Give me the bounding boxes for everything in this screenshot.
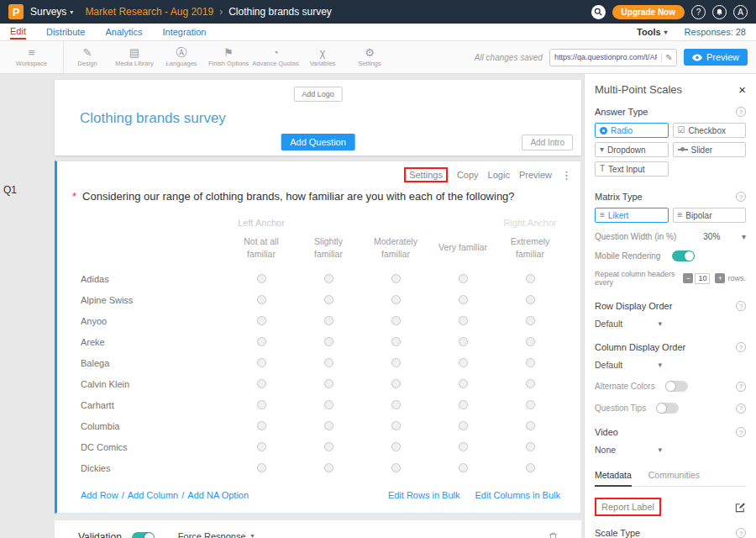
matrix-radio-button[interactable]	[526, 274, 535, 283]
add-logo-button[interactable]: Add Logo	[293, 87, 343, 102]
matrix-column-header[interactable]: Not at all familiar	[228, 232, 295, 267]
matrix-row-label[interactable]: Columbia	[81, 421, 228, 431]
toolbar-item-advance-quotas[interactable]: ◔ Advance Quotas	[252, 41, 299, 73]
mobile-rendering-toggle[interactable]	[672, 251, 695, 261]
matrix-radio-button[interactable]	[459, 295, 468, 304]
matrix-radio-button[interactable]	[459, 421, 468, 430]
tab-analytics[interactable]: Analytics	[105, 25, 142, 39]
more-options-icon[interactable]: ⋮	[561, 169, 572, 182]
question-copy-link[interactable]: Copy	[457, 170, 479, 180]
matrix-radio-button[interactable]	[391, 463, 401, 472]
matrix-radio-button[interactable]	[324, 442, 333, 451]
question-text[interactable]: Considering our range of clothing brands…	[82, 190, 515, 203]
matrix-radio-button[interactable]	[324, 337, 333, 346]
add-row-link[interactable]: Add Row	[81, 490, 118, 500]
matrix-radio-button[interactable]	[459, 379, 468, 388]
answer-type-radio[interactable]: Radio	[595, 123, 669, 138]
tools-menu[interactable]: Tools ▾	[637, 27, 668, 37]
matrix-radio-button[interactable]	[526, 400, 535, 409]
question-width-value[interactable]: 30%	[703, 232, 720, 241]
matrix-radio-button[interactable]	[257, 274, 266, 283]
matrix-radio-button[interactable]	[257, 463, 266, 472]
video-select[interactable]: None ▾	[595, 445, 662, 455]
matrix-radio-button[interactable]	[324, 400, 333, 409]
question-preview-link[interactable]: Preview	[519, 170, 552, 180]
tab-integration[interactable]: Integration	[162, 25, 206, 39]
avatar[interactable]: A	[733, 5, 748, 19]
delete-question-trash-icon[interactable]	[549, 532, 558, 538]
matrix-radio-button[interactable]	[459, 442, 468, 451]
matrix-radio-button[interactable]	[391, 358, 401, 367]
matrix-radio-button[interactable]	[391, 316, 401, 325]
help-circle-icon[interactable]: ?	[736, 192, 746, 202]
toolbar-item-languages[interactable]: Ⓐ Languages	[158, 41, 205, 73]
matrix-radio-button[interactable]	[391, 442, 401, 451]
add-question-button[interactable]: Add Question	[281, 134, 355, 150]
matrix-radio-button[interactable]	[526, 421, 535, 430]
matrix-row-label[interactable]: Calvin Klein	[81, 379, 228, 389]
preview-button[interactable]: Preview	[684, 49, 748, 66]
matrix-row-label[interactable]: DC Comics	[81, 442, 228, 452]
plus-stepper-icon[interactable]: +	[715, 273, 725, 283]
matrix-radio-button[interactable]	[324, 421, 333, 430]
validation-toggle[interactable]	[132, 532, 155, 538]
matrix-radio-button[interactable]	[391, 295, 401, 304]
matrix-radio-button[interactable]	[324, 316, 333, 325]
question-settings-link[interactable]: Settings	[404, 167, 448, 182]
matrix-radio-button[interactable]	[257, 358, 266, 367]
question-tips-toggle[interactable]	[656, 403, 679, 414]
matrix-column-header[interactable]: Moderately familiar	[362, 232, 429, 267]
row-display-order-select[interactable]: Default ▾	[595, 319, 662, 329]
edit-url-pencil-icon[interactable]: ✎	[661, 53, 676, 62]
matrix-radio-button[interactable]	[324, 379, 333, 388]
matrix-row-label[interactable]: Areke	[81, 337, 228, 347]
share-url-input[interactable]	[550, 50, 661, 66]
tab-communities[interactable]: Communities	[648, 470, 700, 486]
add-column-link[interactable]: Add Column	[128, 490, 179, 500]
toolbar-item-settings[interactable]: ⚙ Settings	[346, 41, 393, 73]
alternate-colors-toggle[interactable]	[665, 381, 688, 392]
help-circle-icon[interactable]: ?	[736, 382, 746, 392]
matrix-radio-button[interactable]	[324, 358, 333, 367]
notifications-bell-icon[interactable]	[712, 5, 727, 19]
matrix-radio-button[interactable]	[459, 358, 468, 367]
matrix-radio-button[interactable]	[526, 379, 535, 388]
help-icon[interactable]: ?	[691, 5, 706, 19]
matrix-row-label[interactable]: Adidas	[81, 274, 228, 284]
surveys-menu[interactable]: Surveys ▾	[30, 6, 73, 18]
report-label[interactable]: Report Label	[595, 498, 661, 516]
matrix-radio-button[interactable]	[459, 400, 468, 409]
matrix-radio-button[interactable]	[391, 274, 401, 283]
matrix-radio-button[interactable]	[257, 379, 266, 388]
help-circle-icon[interactable]: ?	[736, 107, 746, 117]
matrix-radio-button[interactable]	[526, 295, 535, 304]
matrix-type-likert[interactable]: ≡ Likert	[595, 208, 669, 223]
tab-distribute[interactable]: Distribute	[46, 25, 85, 39]
toolbar-item-media-library[interactable]: ▤ Media Library	[111, 41, 158, 73]
matrix-radio-button[interactable]	[257, 400, 266, 409]
toolbar-item-variables[interactable]: χ Variables	[299, 41, 346, 73]
matrix-radio-button[interactable]	[257, 421, 266, 430]
matrix-row-label[interactable]: Carhartt	[81, 400, 228, 410]
survey-title[interactable]: Clothing brands survey	[80, 110, 226, 127]
matrix-radio-button[interactable]	[459, 463, 468, 472]
answer-type-checkbox[interactable]: ☑ Checkbox	[673, 123, 747, 138]
help-circle-icon[interactable]: ?	[736, 301, 746, 311]
matrix-type-bipolar[interactable]: ≡ Bipolar	[673, 208, 747, 223]
matrix-radio-button[interactable]	[526, 463, 535, 472]
matrix-radio-button[interactable]	[391, 337, 401, 346]
help-circle-icon[interactable]: ?	[736, 528, 746, 538]
matrix-radio-button[interactable]	[459, 316, 468, 325]
repeat-headers-value[interactable]: 10	[695, 273, 710, 284]
matrix-radio-button[interactable]	[324, 274, 333, 283]
question-logic-link[interactable]: Logic	[488, 170, 510, 180]
matrix-radio-button[interactable]	[324, 463, 333, 472]
questionpro-logo[interactable]: P	[8, 4, 24, 19]
matrix-radio-button[interactable]	[391, 400, 401, 409]
close-icon[interactable]: ×	[738, 82, 746, 97]
matrix-row-label[interactable]: Anyoo	[81, 316, 228, 326]
matrix-radio-button[interactable]	[459, 274, 468, 283]
answer-type-slider[interactable]: Slider	[673, 142, 747, 157]
matrix-row-label[interactable]: Alpine Swiss	[81, 295, 228, 305]
answer-type-dropdown[interactable]: ▾ Dropdown	[595, 142, 669, 157]
